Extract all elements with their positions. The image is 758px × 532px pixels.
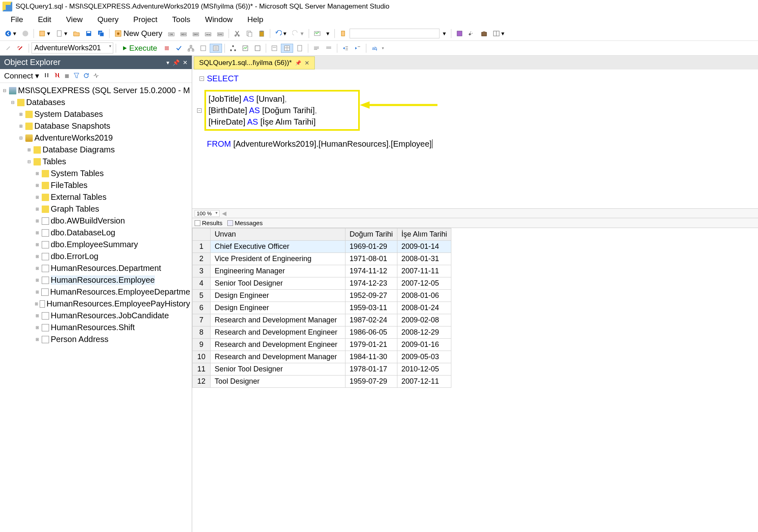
tree-node[interactable]: ⊞HumanResources.Shift: [0, 322, 192, 333]
menu-help[interactable]: Help: [240, 13, 271, 26]
cell[interactable]: 12: [193, 376, 211, 388]
table-row[interactable]: 12Tool Designer1959-07-292007-12-11: [193, 376, 451, 388]
ext1-button[interactable]: [454, 29, 465, 38]
results-text-button[interactable]: [269, 44, 280, 52]
table-row[interactable]: 8Research and Development Engineer1986-0…: [193, 326, 451, 339]
cell[interactable]: 11: [193, 363, 211, 376]
table-row[interactable]: 11Senior Tool Designer1978-01-172010-12-…: [193, 363, 451, 376]
tree-node[interactable]: ⊞System Tables: [0, 168, 192, 179]
outdent-button[interactable]: [352, 44, 363, 52]
table-row[interactable]: 10Research and Development Manager1984-1…: [193, 351, 451, 363]
database-combo[interactable]: AdventureWorks201: [31, 42, 113, 54]
cell[interactable]: 4: [193, 277, 211, 290]
oe-stop-icon[interactable]: ■: [65, 72, 69, 80]
cell[interactable]: Design Engineer: [211, 302, 345, 314]
tree-node[interactable]: ⊞HumanResources.Department: [0, 262, 192, 274]
table-row[interactable]: 2Vice President of Engineering1971-08-01…: [193, 253, 451, 265]
client-stats-button[interactable]: [252, 44, 263, 52]
de-query-button[interactable]: DE: [166, 29, 177, 38]
undo-button[interactable]: ▾: [273, 29, 289, 38]
column-header[interactable]: Unvan: [211, 228, 345, 241]
cell[interactable]: 1987-02-24: [345, 314, 397, 326]
cut-button[interactable]: [231, 29, 243, 38]
close-icon[interactable]: ✕: [305, 60, 309, 66]
oe-connect-icon[interactable]: [43, 72, 50, 80]
cell[interactable]: Tool Designer: [211, 376, 345, 388]
oe-refresh-icon[interactable]: [83, 72, 89, 80]
cell[interactable]: 1974-11-12: [345, 265, 397, 277]
cell[interactable]: 2008-01-06: [397, 290, 451, 302]
cell[interactable]: 5: [193, 290, 211, 302]
cell[interactable]: 2007-12-11: [397, 376, 451, 388]
cell[interactable]: 2009-05-03: [397, 351, 451, 363]
oe-filter-icon[interactable]: [74, 72, 79, 80]
new-project-button[interactable]: ▾: [36, 29, 53, 38]
cell[interactable]: Engineering Manager: [211, 265, 345, 277]
cell[interactable]: Research and Development Manager: [211, 314, 345, 326]
tree-node[interactable]: ⊞HumanResources.EmployeePayHistory: [0, 298, 192, 310]
toolbox-button[interactable]: [478, 29, 490, 38]
results-file-button[interactable]: [294, 44, 305, 52]
cell[interactable]: 2010-12-05: [397, 363, 451, 376]
oe-pin-icon[interactable]: 📌: [173, 59, 179, 66]
cell[interactable]: Vice President of Engineering: [211, 253, 345, 265]
dax-query-button[interactable]: DAX: [215, 29, 226, 38]
cell[interactable]: Chief Executive Officer: [211, 241, 345, 253]
table-row[interactable]: 7Research and Development Manager1987-02…: [193, 314, 451, 326]
document-tab-active[interactable]: SQLQuery1.sql...I\yilma (56))* 📌 ✕: [194, 56, 315, 69]
messages-tab[interactable]: Messages: [227, 219, 262, 226]
menu-tools[interactable]: Tools: [165, 13, 197, 26]
tree-node[interactable]: ⊞System Databases: [0, 108, 192, 120]
scroll-left-icon[interactable]: ◀: [222, 210, 227, 217]
column-header[interactable]: İşe Alım Tarihi: [397, 228, 451, 241]
cell[interactable]: 2007-11-11: [397, 265, 451, 277]
menu-window[interactable]: Window: [197, 13, 240, 26]
save-all-button[interactable]: [95, 29, 107, 38]
cell[interactable]: Research and Development Engineer: [211, 339, 345, 351]
cell[interactable]: 2009-02-08: [397, 314, 451, 326]
activity-monitor-button[interactable]: [312, 29, 323, 38]
tree-node[interactable]: ⊞HumanResources.JobCandidate: [0, 310, 192, 322]
tree-node[interactable]: ⊞Database Diagrams: [0, 144, 192, 156]
tree-node[interactable]: ⊞Database Snapshots: [0, 120, 192, 132]
cell[interactable]: 1959-07-29: [345, 376, 397, 388]
cell[interactable]: 2008-01-31: [397, 253, 451, 265]
display-plan-button[interactable]: [185, 44, 197, 52]
indent-button[interactable]: [340, 44, 351, 52]
query-options-button[interactable]: [197, 44, 209, 52]
menu-view[interactable]: View: [58, 13, 90, 26]
dropdown-1[interactable]: ▾: [324, 29, 332, 38]
oe-close-icon[interactable]: ✕: [183, 59, 188, 66]
window-layout-button[interactable]: ▾: [491, 29, 507, 38]
comment-button[interactable]: [311, 44, 322, 52]
cell[interactable]: 1984-11-30: [345, 351, 397, 363]
cell[interactable]: 1959-03-11: [345, 302, 397, 314]
new-query-button[interactable]: ✱New Query: [112, 28, 165, 39]
oe-dropdown-icon[interactable]: ▾: [166, 59, 169, 66]
parse-button[interactable]: [173, 44, 184, 52]
cell[interactable]: 9: [193, 339, 211, 351]
cell[interactable]: 7: [193, 314, 211, 326]
tree-node[interactable]: ⊞External Tables: [0, 191, 192, 203]
table-row[interactable]: 5Design Engineer1952-09-272008-01-06: [193, 290, 451, 302]
tree-node[interactable]: ⊞dbo.EmployeeSummary: [0, 239, 192, 250]
cell[interactable]: 1978-01-17: [345, 363, 397, 376]
cell[interactable]: 1971-08-01: [345, 253, 397, 265]
cell[interactable]: 1979-01-21: [345, 339, 397, 351]
table-row[interactable]: 6Design Engineer1959-03-112008-01-24: [193, 302, 451, 314]
cell[interactable]: 2008-12-29: [397, 326, 451, 339]
oe-disconnect-icon[interactable]: [54, 72, 61, 80]
nav-fwd-button[interactable]: [20, 29, 31, 38]
cell[interactable]: 10: [193, 351, 211, 363]
object-explorer-tree[interactable]: ⊟MSI\SQLEXPRESS (SQL Server 15.0.2000 - …: [0, 83, 192, 532]
cell[interactable]: 2007-12-05: [397, 277, 451, 290]
connect-button[interactable]: [2, 44, 14, 52]
tree-node[interactable]: ⊞dbo.ErrorLog: [0, 250, 192, 262]
specify-values-button[interactable]: ab: [369, 44, 380, 52]
cell[interactable]: 2008-01-24: [397, 302, 451, 314]
tree-node[interactable]: ⊞HumanResources.Employee: [0, 274, 192, 286]
tree-node[interactable]: ⊞Graph Tables: [0, 203, 192, 215]
intellisense-button[interactable]: [210, 44, 222, 53]
cell[interactable]: Senior Tool Designer: [211, 363, 345, 376]
cell[interactable]: Research and Development Engineer: [211, 326, 345, 339]
